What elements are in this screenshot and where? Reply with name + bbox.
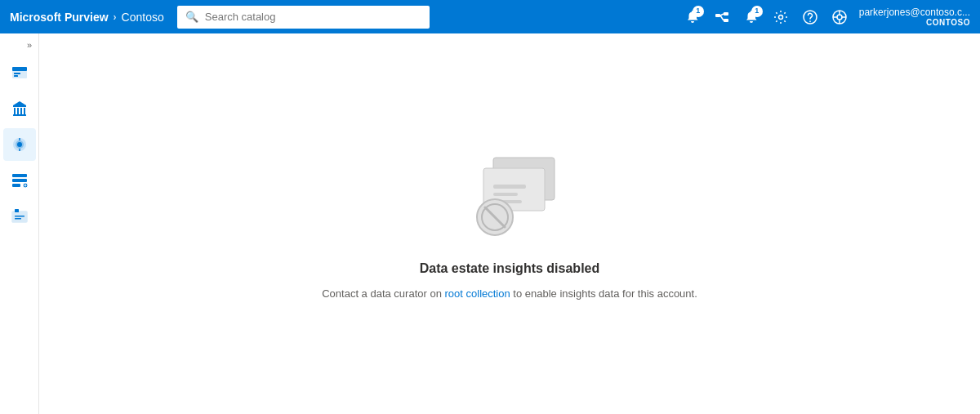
svg-rect-21	[13, 114, 26, 116]
sidebar-item-data-catalog[interactable]	[3, 56, 36, 89]
sidebar-item-tools[interactable]	[3, 200, 36, 233]
empty-state: Data estate insights disabled Contact a …	[322, 145, 697, 302]
tenant-name: Contoso	[122, 11, 164, 24]
main-content: Data estate insights disabled Contact a …	[39, 33, 980, 414]
user-profile[interactable]: parkerjones@contoso.c... CONTOSO	[859, 7, 970, 27]
brand: Microsoft Purview › Contoso	[10, 11, 164, 24]
empty-state-title: Data estate insights disabled	[420, 261, 600, 276]
management-icon	[10, 171, 29, 190]
svg-rect-16	[14, 75, 18, 77]
alerts-badge: 1	[751, 6, 763, 17]
root-collection-link[interactable]: root collection	[445, 287, 510, 300]
svg-rect-35	[15, 216, 24, 217]
connections-button[interactable]	[709, 4, 735, 30]
svg-rect-14	[12, 67, 27, 71]
header: Microsoft Purview › Contoso 🔍 1	[0, 0, 980, 33]
notifications-button[interactable]: 1	[679, 4, 706, 30]
brand-chevron: ›	[114, 11, 117, 23]
disabled-illustration	[444, 145, 575, 252]
svg-rect-0	[715, 14, 720, 17]
sidebar-item-governance[interactable]	[3, 92, 36, 125]
svg-rect-29	[12, 184, 20, 187]
empty-state-description: Contact a data curator on root collectio…	[322, 286, 697, 302]
svg-rect-40	[493, 193, 518, 196]
tools-icon	[10, 207, 29, 226]
layout: »	[0, 33, 980, 414]
governance-icon	[10, 99, 29, 118]
header-icons: 1 1	[679, 4, 970, 30]
data-catalog-icon	[10, 63, 29, 82]
sidebar-item-management[interactable]	[3, 164, 36, 197]
svg-rect-39	[493, 185, 526, 189]
svg-point-8	[837, 15, 842, 20]
brand-name: Microsoft Purview	[10, 11, 109, 24]
settings-button[interactable]	[768, 4, 794, 30]
notifications-badge: 1	[693, 6, 704, 17]
search-icon: 🔍	[185, 11, 198, 23]
search-bar: 🔍	[177, 6, 430, 29]
svg-rect-28	[12, 179, 27, 182]
help-button[interactable]	[797, 4, 823, 30]
svg-rect-15	[14, 73, 20, 74]
svg-line-4	[720, 16, 724, 20]
sidebar: »	[0, 33, 39, 414]
svg-rect-1	[724, 12, 728, 16]
svg-point-5	[778, 15, 782, 19]
gear-icon	[773, 10, 788, 24]
sidebar-expand-button[interactable]: »	[0, 40, 38, 50]
search-input[interactable]	[205, 11, 422, 23]
svg-rect-20	[24, 108, 25, 114]
svg-rect-27	[12, 174, 27, 177]
svg-rect-36	[15, 218, 21, 220]
sidebar-item-insights[interactable]	[3, 128, 36, 161]
org-name: CONTOSO	[926, 18, 970, 27]
alerts-button[interactable]: 1	[738, 4, 764, 30]
svg-point-24	[17, 142, 22, 147]
insights-icon	[10, 135, 29, 154]
help-icon	[803, 10, 817, 24]
username: parkerjones@contoso.c...	[859, 7, 970, 18]
svg-rect-19	[20, 108, 22, 114]
svg-rect-18	[17, 108, 19, 114]
svg-rect-2	[724, 19, 728, 22]
feedback-icon	[832, 10, 847, 24]
feedback-button[interactable]	[826, 4, 853, 30]
svg-rect-17	[14, 108, 16, 114]
svg-rect-34	[15, 209, 19, 212]
connections-icon	[715, 10, 729, 24]
